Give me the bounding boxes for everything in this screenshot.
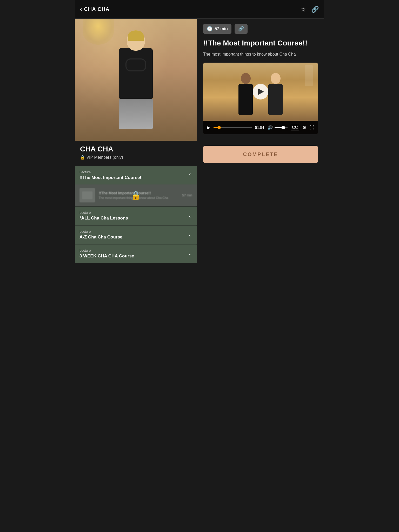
person1-head bbox=[241, 73, 251, 84]
back-button[interactable]: ‹ bbox=[80, 6, 82, 13]
lecture-item-4[interactable]: Lecture 3 WEEK CHA CHA Course ⌄ bbox=[75, 244, 197, 263]
fullscreen-icon[interactable]: ⛶ bbox=[310, 125, 314, 130]
person2-head bbox=[271, 73, 281, 84]
video-player[interactable]: ▶ 51:54 🔊 CC ⚙ ⛶ bbox=[203, 63, 318, 134]
vip-access-label: 🔒 VIP Members (only) bbox=[80, 155, 192, 160]
settings-icon[interactable]: ⚙ bbox=[302, 125, 307, 130]
lecture-header-content-4: Lecture 3 WEEK CHA CHA Course bbox=[79, 249, 134, 259]
person-head bbox=[127, 30, 145, 51]
chevron-up-icon-1: ⌃ bbox=[188, 172, 192, 178]
person1-body bbox=[238, 84, 253, 115]
bookmark-icon[interactable]: ☆ bbox=[300, 6, 306, 13]
video-description: The most important things to know about … bbox=[203, 51, 318, 57]
lecture-header-1[interactable]: Lecture !!The Most Important Course!! ⌃ bbox=[75, 166, 197, 184]
instructor-figure bbox=[110, 30, 162, 129]
volume-dot bbox=[281, 126, 285, 129]
lecture-header-content-1: Lecture !!The Most Important Course!! bbox=[79, 170, 143, 180]
clock-icon: 🕐 bbox=[207, 26, 212, 32]
course-title-section: CHA CHA 🔒 VIP Members (only) bbox=[75, 141, 197, 164]
play-button[interactable] bbox=[253, 84, 268, 99]
lecture-name-1: !!The Most Important Course!! bbox=[79, 175, 143, 180]
left-panel: CHA CHA 🔒 VIP Members (only) Lecture !!T… bbox=[75, 19, 197, 263]
chandelier-decoration bbox=[83, 19, 114, 45]
lecture-label-1: Lecture bbox=[79, 170, 143, 174]
lecture-header-4[interactable]: Lecture 3 WEEK CHA CHA Course ⌄ bbox=[75, 244, 197, 263]
header: ‹ CHA CHA ☆ 🔗 bbox=[75, 0, 324, 19]
person-1 bbox=[238, 73, 253, 115]
lecture-item-1[interactable]: Lecture !!The Most Important Course!! ⌃ … bbox=[75, 166, 197, 206]
play-control-icon[interactable]: ▶ bbox=[207, 125, 210, 130]
lecture-header-3[interactable]: Lecture A-Z Cha Cha Course ⌄ bbox=[75, 225, 197, 244]
volume-bar[interactable] bbox=[275, 127, 288, 128]
lecture-label-2: Lecture bbox=[79, 211, 128, 215]
lecture-name-3: A-Z Cha Cha Course bbox=[79, 235, 122, 240]
cc-icon[interactable]: CC bbox=[291, 125, 299, 130]
link-icon[interactable]: 🔗 bbox=[311, 6, 319, 13]
person-legs bbox=[119, 99, 153, 129]
lecture-label-3: Lecture bbox=[79, 230, 122, 234]
lecture-list: Lecture !!The Most Important Course!! ⌃ … bbox=[75, 166, 197, 263]
header-right: ☆ 🔗 bbox=[300, 6, 319, 13]
video-controls: ▶ 51:54 🔊 CC ⚙ ⛶ bbox=[203, 121, 318, 134]
locked-duration: 57 min bbox=[182, 193, 192, 197]
lecture-label-4: Lecture bbox=[79, 249, 134, 252]
person-arms bbox=[125, 58, 146, 71]
lecture-header-2[interactable]: Lecture *ALL Cha Cha Lessons ⌄ bbox=[75, 207, 197, 225]
course-main-title: CHA CHA bbox=[80, 145, 192, 153]
hero-image bbox=[75, 19, 197, 141]
lecture-item-2[interactable]: Lecture *ALL Cha Cha Lessons ⌄ bbox=[75, 207, 197, 225]
hero-image-inner bbox=[75, 19, 197, 141]
right-panel: 🕐 57 min 🔗 !!The Most Important Course!!… bbox=[197, 19, 324, 263]
play-triangle-icon bbox=[258, 89, 264, 95]
room-detail bbox=[305, 65, 313, 86]
progress-bar[interactable] bbox=[214, 127, 252, 128]
video-title: !!The Most Important Course!! bbox=[203, 38, 318, 48]
lecture-name-4: 3 WEEK CHA CHA Course bbox=[79, 254, 134, 259]
time-badge: 🕐 57 min bbox=[203, 24, 231, 34]
person-2 bbox=[268, 73, 283, 115]
main-content: CHA CHA 🔒 VIP Members (only) Lecture !!T… bbox=[75, 19, 324, 263]
chevron-down-icon-4: ⌄ bbox=[188, 251, 192, 257]
progress-dot bbox=[218, 126, 221, 129]
person-body bbox=[119, 48, 153, 99]
meta-row: 🕐 57 min 🔗 bbox=[203, 24, 318, 34]
video-scene bbox=[203, 63, 318, 121]
complete-button[interactable]: COMPLETE bbox=[203, 146, 318, 163]
lecture-name-2: *ALL Cha Cha Lessons bbox=[79, 216, 128, 221]
locked-item-row: !!The Most Important Course!! The most i… bbox=[75, 184, 197, 206]
lecture-header-content-3: Lecture A-Z Cha Cha Course bbox=[79, 230, 122, 240]
volume-icon[interactable]: 🔊 bbox=[267, 125, 273, 130]
time-display: 51:54 bbox=[255, 125, 264, 130]
chevron-down-icon-2: ⌄ bbox=[188, 213, 192, 219]
volume-control: 🔊 bbox=[267, 125, 288, 130]
header-left: ‹ CHA CHA bbox=[80, 6, 110, 13]
duration-text: 57 min bbox=[215, 26, 228, 31]
header-title: CHA CHA bbox=[84, 6, 109, 12]
lecture-item-3[interactable]: Lecture A-Z Cha Cha Course ⌄ bbox=[75, 225, 197, 244]
person-hair bbox=[128, 30, 144, 41]
chevron-down-icon-3: ⌄ bbox=[188, 232, 192, 238]
lecture-header-content-2: Lecture *ALL Cha Cha Lessons bbox=[79, 211, 128, 221]
lock-icon: 🔒 bbox=[131, 190, 141, 200]
link-badge[interactable]: 🔗 bbox=[235, 24, 248, 34]
person2-body bbox=[268, 84, 283, 115]
locked-thumbnail bbox=[79, 188, 95, 202]
